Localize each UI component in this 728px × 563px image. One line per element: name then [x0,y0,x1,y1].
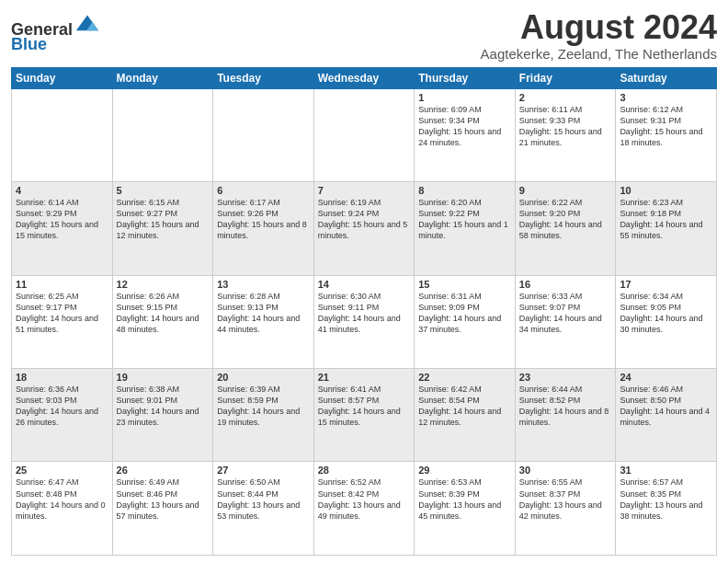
calendar-cell-1-3: 7Sunrise: 6:19 AMSunset: 9:24 PMDaylight… [313,182,415,275]
day-info: Daylight: 15 hours and 24 minutes. [418,126,511,148]
day-info: Daylight: 15 hours and 15 minutes. [16,219,108,241]
day-number: 13 [217,279,310,290]
day-info: Daylight: 14 hours and 12 minutes. [418,406,511,428]
day-info: Sunrise: 6:12 AM [620,104,712,115]
day-info: Sunrise: 6:49 AM [117,477,210,488]
weekday-header-row: Sunday Monday Tuesday Wednesday Thursday… [12,67,717,88]
day-info: Sunset: 8:46 PM [117,488,210,500]
day-info: Sunrise: 6:23 AM [620,197,712,208]
day-info: Sunrise: 6:52 AM [318,477,411,488]
day-info: Daylight: 15 hours and 21 minutes. [519,126,612,148]
calendar-cell-4-6: 31Sunrise: 6:57 AMSunset: 8:35 PMDayligh… [616,462,717,556]
day-info: Sunrise: 6:30 AM [318,291,411,302]
day-info: Sunrise: 6:11 AM [519,104,612,115]
day-info: Sunset: 9:13 PM [217,302,310,313]
day-info: Sunrise: 6:57 AM [620,477,712,488]
day-number: 7 [318,185,411,196]
day-info: Sunset: 9:22 PM [418,208,511,219]
day-info: Daylight: 14 hours and 19 minutes. [217,406,310,428]
col-saturday: Saturday [616,67,717,88]
day-number: 29 [418,465,511,476]
logo-text: General Blue [11,9,100,54]
day-info: Daylight: 14 hours and 4 minutes. [620,406,712,428]
calendar-cell-1-2: 6Sunrise: 6:17 AMSunset: 9:26 PMDaylight… [213,182,314,275]
calendar-cell-1-0: 4Sunrise: 6:14 AMSunset: 9:29 PMDaylight… [12,182,113,275]
day-number: 10 [620,185,712,196]
day-info: Daylight: 15 hours and 8 minutes. [217,219,310,241]
calendar-cell-0-6: 3Sunrise: 6:12 AMSunset: 9:31 PMDaylight… [616,88,717,181]
day-info: Sunset: 9:27 PM [117,208,210,219]
day-info: Daylight: 14 hours and 30 minutes. [620,313,712,335]
calendar-cell-2-2: 13Sunrise: 6:28 AMSunset: 9:13 PMDayligh… [213,275,314,368]
day-number: 17 [620,279,712,290]
calendar-cell-4-4: 29Sunrise: 6:53 AMSunset: 8:39 PMDayligh… [415,462,516,556]
calendar-cell-3-3: 21Sunrise: 6:41 AMSunset: 8:57 PMDayligh… [313,369,415,462]
day-info: Sunrise: 6:31 AM [418,291,511,302]
day-info: Sunrise: 6:09 AM [418,104,511,115]
day-number: 31 [620,465,712,476]
month-year-title: August 2024 [481,9,717,46]
day-number: 15 [418,279,511,290]
calendar-cell-2-6: 17Sunrise: 6:34 AMSunset: 9:05 PMDayligh… [616,275,717,368]
calendar-cell-3-5: 23Sunrise: 6:44 AMSunset: 8:52 PMDayligh… [515,369,616,462]
day-info: Sunrise: 6:46 AM [620,384,712,395]
day-info: Daylight: 13 hours and 42 minutes. [519,500,612,522]
day-info: Daylight: 14 hours and 8 minutes. [519,406,612,428]
day-number: 1 [418,92,511,103]
day-info: Sunrise: 6:41 AM [318,384,411,395]
calendar-table: Sunday Monday Tuesday Wednesday Thursday… [11,67,717,556]
day-info: Sunset: 8:54 PM [418,395,511,406]
col-tuesday: Tuesday [213,67,314,88]
day-info: Sunset: 9:34 PM [418,115,511,126]
day-number: 3 [620,92,712,103]
calendar-cell-4-3: 28Sunrise: 6:52 AMSunset: 8:42 PMDayligh… [313,462,415,556]
day-number: 2 [519,92,612,103]
calendar-cell-1-5: 9Sunrise: 6:22 AMSunset: 9:20 PMDaylight… [515,182,616,275]
day-info: Sunset: 8:52 PM [519,395,612,406]
day-info: Sunrise: 6:50 AM [217,477,310,488]
day-info: Sunset: 9:18 PM [620,208,712,219]
day-info: Sunrise: 6:44 AM [519,384,612,395]
day-info: Daylight: 15 hours and 5 minutes. [318,219,411,241]
day-info: Daylight: 13 hours and 49 minutes. [318,500,411,522]
logo-icon [74,9,100,35]
day-number: 19 [117,372,210,383]
day-info: Daylight: 15 hours and 1 minute. [418,219,511,241]
calendar-cell-3-2: 20Sunrise: 6:39 AMSunset: 8:59 PMDayligh… [213,369,314,462]
day-info: Daylight: 14 hours and 41 minutes. [318,313,411,335]
calendar-cell-0-0 [12,88,113,181]
col-sunday: Sunday [12,67,113,88]
calendar-cell-1-6: 10Sunrise: 6:23 AMSunset: 9:18 PMDayligh… [616,182,717,275]
logo: General Blue [11,9,100,54]
day-info: Sunset: 8:35 PM [620,488,712,500]
day-info: Daylight: 14 hours and 48 minutes. [117,313,210,335]
day-info: Daylight: 15 hours and 18 minutes. [620,126,712,148]
calendar-cell-2-4: 15Sunrise: 6:31 AMSunset: 9:09 PMDayligh… [415,275,516,368]
day-number: 5 [117,185,210,196]
location-subtitle: Aagtekerke, Zeeland, The Netherlands [481,46,717,62]
day-info: Sunset: 9:05 PM [620,302,712,313]
day-number: 12 [117,279,210,290]
day-info: Sunset: 9:07 PM [519,302,612,313]
day-number: 20 [217,372,310,383]
day-info: Sunset: 9:15 PM [117,302,210,313]
day-info: Daylight: 14 hours and 55 minutes. [620,219,712,241]
day-info: Sunrise: 6:55 AM [519,477,612,488]
day-info: Daylight: 14 hours and 23 minutes. [117,406,210,428]
day-info: Sunset: 9:17 PM [16,302,108,313]
calendar-cell-2-0: 11Sunrise: 6:25 AMSunset: 9:17 PMDayligh… [12,275,113,368]
day-info: Sunset: 8:44 PM [217,488,310,500]
calendar-cell-0-3 [313,88,415,181]
calendar-cell-4-1: 26Sunrise: 6:49 AMSunset: 8:46 PMDayligh… [112,462,213,556]
calendar-row-1: 4Sunrise: 6:14 AMSunset: 9:29 PMDaylight… [12,182,717,275]
day-info: Sunset: 8:39 PM [418,488,511,500]
page-container: General Blue August 2024 Aagtekerke, Zee… [0,0,728,563]
calendar-cell-0-4: 1Sunrise: 6:09 AMSunset: 9:34 PMDaylight… [415,88,516,181]
calendar-cell-2-1: 12Sunrise: 6:26 AMSunset: 9:15 PMDayligh… [112,275,213,368]
day-info: Sunrise: 6:15 AM [117,197,210,208]
day-number: 14 [318,279,411,290]
day-number: 30 [519,465,612,476]
day-info: Sunrise: 6:19 AM [318,197,411,208]
calendar-cell-4-2: 27Sunrise: 6:50 AMSunset: 8:44 PMDayligh… [213,462,314,556]
day-info: Sunset: 9:29 PM [16,208,108,219]
